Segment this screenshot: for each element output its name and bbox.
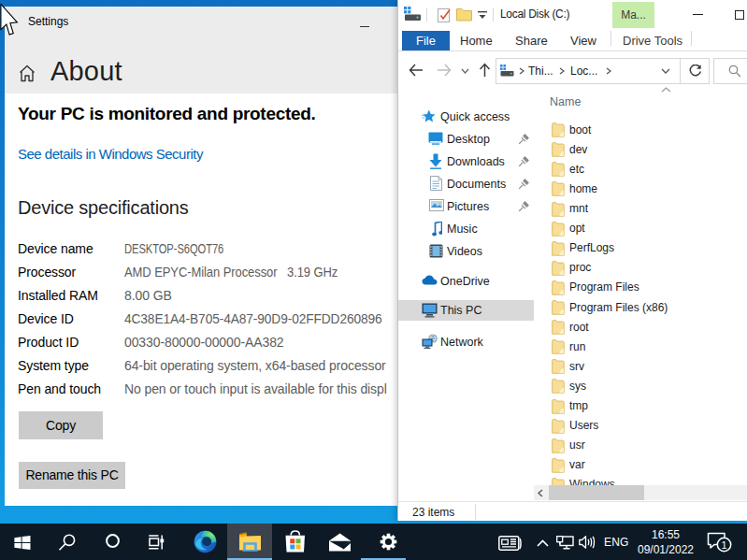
svg-text:1: 1 [721,539,726,551]
